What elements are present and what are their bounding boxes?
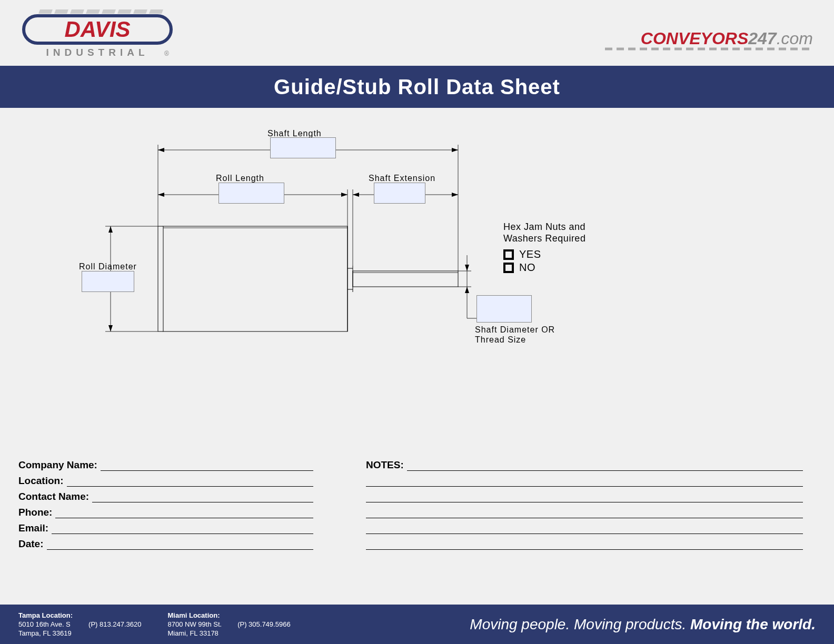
conveyors-tld: .com: [777, 29, 813, 48]
shaft-diameter-label-1: Shaft Diameter OR: [475, 325, 555, 335]
svg-rect-4: [102, 9, 116, 14]
diagram-area: Shaft Length Roll Length Shaft Extension…: [0, 108, 834, 455]
notes-label: NOTES:: [366, 459, 404, 471]
svg-text:®: ®: [164, 50, 169, 57]
svg-rect-3: [86, 9, 100, 14]
svg-marker-47: [465, 265, 469, 271]
location-label: Location:: [18, 475, 64, 487]
checkbox-no[interactable]: [503, 263, 514, 273]
svg-text:DAVIS: DAVIS: [64, 17, 130, 42]
phone-label: Phone:: [18, 507, 52, 518]
page-title: Guide/Stub Roll Data Sheet: [274, 75, 560, 99]
shaft-diameter-label-2: Thread Size: [475, 335, 526, 345]
svg-rect-5: [117, 9, 132, 14]
notes-line-6[interactable]: [366, 540, 803, 550]
svg-rect-2: [70, 9, 84, 14]
date-label: Date:: [18, 538, 44, 550]
svg-marker-37: [353, 193, 359, 197]
roll-length-label: Roll Length: [216, 174, 264, 183]
notes-form: NOTES:: [366, 459, 803, 554]
svg-rect-7: [149, 9, 163, 14]
svg-rect-0: [38, 9, 53, 14]
contact-name-field[interactable]: [92, 493, 313, 502]
shaft-extension-input[interactable]: [374, 183, 425, 204]
footer: Tampa Location: 5010 16th Ave. S Tampa, …: [0, 605, 834, 644]
svg-rect-6: [133, 9, 147, 14]
conveyors247-logo: CONVEYORS247.com: [641, 29, 813, 48]
tampa-phone: (P) 813.247.3620: [88, 620, 141, 628]
svg-rect-13: [163, 226, 348, 331]
svg-text:INDUSTRIAL: INDUSTRIAL: [46, 47, 148, 58]
hex-nuts-group: Hex Jam Nuts and Washers Required YES NO: [503, 221, 585, 275]
svg-marker-48: [465, 287, 469, 293]
notes-line-5[interactable]: [366, 525, 803, 534]
shaft-diameter-input[interactable]: [476, 295, 532, 323]
conveyors-text: CONVEYORS: [641, 29, 748, 48]
svg-marker-33: [341, 193, 348, 197]
notes-line-2[interactable]: [366, 477, 803, 487]
conveyors-247: 247: [748, 29, 776, 48]
roll-diameter-input[interactable]: [82, 271, 134, 292]
svg-marker-27: [108, 226, 113, 233]
roll-length-input[interactable]: [219, 183, 284, 204]
svg-marker-43: [452, 148, 458, 152]
notes-line-4[interactable]: [366, 509, 803, 518]
form-area: Company Name: Location: Contact Name: Ph…: [18, 459, 816, 554]
footer-tagline: Moving people. Moving products. Moving t…: [470, 616, 816, 633]
company-name-field[interactable]: [101, 461, 313, 471]
shaft-length-input[interactable]: [270, 137, 336, 158]
shaft-extension-label: Shaft Extension: [369, 174, 435, 183]
svg-marker-38: [452, 193, 458, 197]
contact-name-label: Contact Name:: [18, 491, 89, 502]
miami-location: Miami Location: 8700 NW 99th St. Miami, …: [168, 611, 222, 638]
email-field[interactable]: [52, 525, 313, 534]
svg-marker-42: [158, 148, 164, 152]
tampa-location: Tampa Location: 5010 16th Ave. S Tampa, …: [18, 611, 73, 638]
conveyors-underline: [605, 47, 813, 51]
svg-rect-19: [353, 271, 458, 287]
phone-field[interactable]: [55, 509, 313, 518]
yes-label: YES: [519, 248, 541, 260]
checkbox-yes[interactable]: [503, 249, 514, 260]
header: DAVIS INDUSTRIAL ® CONVEYORS247.com: [0, 0, 834, 66]
company-name-label: Company Name:: [18, 459, 97, 471]
roll-diameter-label: Roll Diameter: [79, 262, 137, 271]
email-label: Email:: [18, 522, 48, 534]
davis-logo: DAVIS INDUSTRIAL ®: [21, 9, 179, 64]
hex-nuts-no-row: NO: [503, 261, 585, 274]
no-label: NO: [519, 261, 535, 274]
hex-nuts-yes-row: YES: [503, 248, 585, 260]
location-field[interactable]: [67, 477, 314, 487]
contact-form: Company Name: Location: Contact Name: Ph…: [18, 459, 313, 554]
miami-phone: (P) 305.749.5966: [237, 620, 290, 628]
notes-line-1[interactable]: [407, 461, 803, 471]
title-bar: Guide/Stub Roll Data Sheet: [0, 66, 834, 108]
notes-line-3[interactable]: [366, 493, 803, 502]
date-field[interactable]: [47, 540, 313, 550]
svg-rect-1: [54, 9, 68, 14]
svg-marker-32: [158, 193, 164, 197]
svg-marker-28: [108, 325, 113, 331]
hex-nuts-label: Hex Jam Nuts and Washers Required: [503, 221, 585, 244]
